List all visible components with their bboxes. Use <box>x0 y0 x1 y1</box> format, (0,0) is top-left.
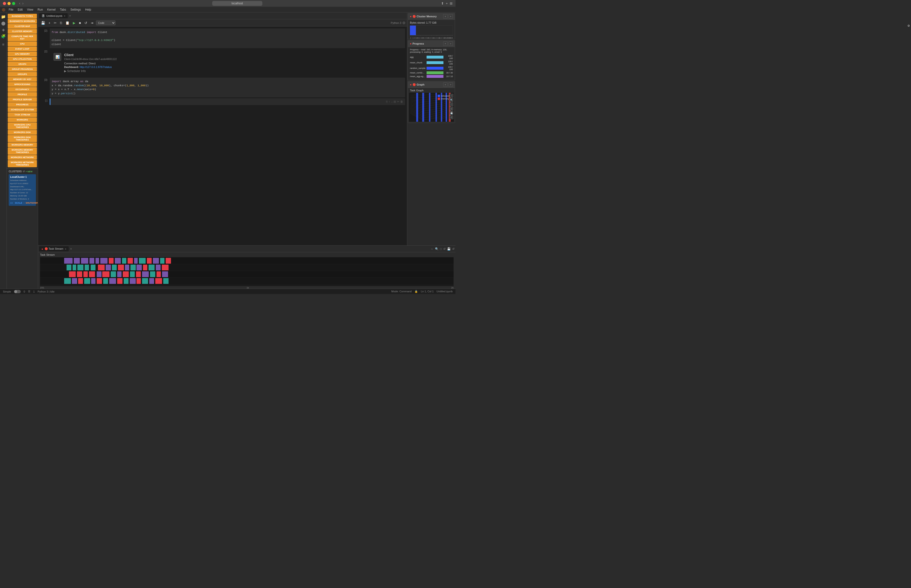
nav-profile-server[interactable]: PROFILE SERVER <box>8 97 37 102</box>
nav-workers-memory[interactable]: WORKERS MEMORY <box>8 142 37 147</box>
menu-run[interactable]: Run <box>36 8 45 12</box>
refresh-clusters-icon[interactable]: ↺ <box>23 170 24 173</box>
menu-help[interactable]: Help <box>83 8 93 12</box>
progress-add[interactable]: + <box>448 42 453 46</box>
progress-close[interactable]: × <box>443 42 448 46</box>
nav-compute-time[interactable]: COMPUTE TIME PER KEY <box>8 34 37 41</box>
graph-reset-tool[interactable]: ↺ <box>450 115 453 119</box>
url-bar[interactable]: localhost <box>212 1 262 6</box>
nav-graph[interactable]: GRAPH <box>8 62 37 66</box>
nav-bandwidth-types[interactable]: BANDWIDTH TYPES <box>8 14 37 19</box>
taskstream-add-tab[interactable]: + <box>70 247 72 250</box>
nav-cpu[interactable]: CPU <box>8 42 37 46</box>
simple-toggle[interactable] <box>14 290 21 293</box>
cluster-memory-close[interactable]: × <box>443 14 448 19</box>
graph-box-tool[interactable]: □ <box>450 102 453 106</box>
run-button[interactable]: ▶ <box>72 21 76 25</box>
split-icon[interactable]: ✂ <box>397 100 399 103</box>
new-tab-icon[interactable]: + <box>446 2 448 5</box>
notebook-tab[interactable]: 📓 Untitled.ipynb × <box>39 13 68 18</box>
dask-icon[interactable]: ◈ <box>2 27 5 32</box>
restart-run-button[interactable]: ↠ <box>90 21 94 25</box>
window-controls[interactable] <box>3 2 15 5</box>
list-icon[interactable]: ≡ <box>2 42 4 47</box>
stop-button[interactable]: ■ <box>78 21 82 25</box>
menu-kernel[interactable]: Kernel <box>45 8 58 12</box>
ts-settings-icon[interactable]: ↺ <box>452 247 455 250</box>
cluster-memory-add[interactable]: + <box>448 14 453 19</box>
nav-task-stream[interactable]: TASK STREAM <box>8 112 37 117</box>
copy-button[interactable]: ⎘ <box>59 21 63 25</box>
minimize-button[interactable] <box>8 2 11 5</box>
ts-zoom-icon[interactable]: 🔍 <box>435 247 439 250</box>
restart-button[interactable]: ↺ <box>83 21 88 25</box>
paste-button[interactable]: 📋 <box>65 21 70 25</box>
cut-button[interactable]: ✂ <box>53 21 58 25</box>
shutdown-button[interactable]: SHUTDOWN <box>26 202 38 204</box>
nav-workers-mem-ts[interactable]: WORKERS MEMORY TIMESERIES <box>8 147 37 155</box>
ts-box-icon[interactable]: □ <box>440 247 442 250</box>
cell-3-content[interactable]: import dask.array as da x = da.random.ra… <box>50 78 405 97</box>
ts-reset-icon[interactable]: ↺ <box>443 247 446 250</box>
new-cluster-button[interactable]: + NEW <box>26 170 32 173</box>
menu-tabs[interactable]: Tabs <box>58 8 68 12</box>
nav-workers-network[interactable]: WORKERS NETWORK <box>8 155 37 160</box>
grid-icon[interactable]: ⊞ <box>450 2 453 5</box>
add-cell-button[interactable]: + <box>47 21 51 25</box>
graph-move-tool[interactable]: ↔ <box>450 94 453 98</box>
copy-icon[interactable]: ⎘ <box>386 100 388 103</box>
nav-gpu-utilization[interactable]: GPU UTILIZATION <box>8 57 37 61</box>
nav-back-button[interactable]: ‹ <box>19 1 20 6</box>
nav-groups[interactable]: GROUPS <box>8 72 37 77</box>
extensions-icon[interactable]: 🧩 <box>1 34 6 39</box>
menu-settings[interactable]: Settings <box>68 8 83 12</box>
nav-nprocessing[interactable]: NPROCESSING <box>8 82 37 87</box>
graph-lasso-tool[interactable]: ◎ <box>450 107 453 111</box>
circle-icon[interactable]: ⬤ <box>1 21 6 26</box>
close-button[interactable] <box>3 2 6 5</box>
taskstream-tab[interactable]: ● 🔴 Task Stream × <box>39 246 69 251</box>
nav-profile[interactable]: PROFILE <box>8 92 37 97</box>
folder-icon[interactable]: 📁 <box>1 15 6 19</box>
nav-group-progress[interactable]: GROUP PROGRESS <box>8 67 37 71</box>
scale-button[interactable]: SCALE <box>15 202 23 204</box>
nav-occupancy[interactable]: OCCUPANCY <box>8 87 37 92</box>
share-icon[interactable]: ⬆ <box>441 2 444 5</box>
ts-save-icon[interactable]: 💾 <box>447 247 451 250</box>
up-icon[interactable]: ↑ <box>389 100 390 103</box>
nav-workers-cpu[interactable]: WORKERS CPU TIMESERIES <box>8 123 37 130</box>
cell-4-content[interactable]: ⎘ ↑ ↓ ⊞ ✂ 🗑 <box>50 99 405 105</box>
notebook-tab-close[interactable]: × <box>64 15 65 17</box>
menu-file[interactable]: File <box>7 8 15 12</box>
menu-view[interactable]: View <box>25 8 35 12</box>
cell-1-content[interactable]: from dask.distributed import Client clie… <box>50 28 405 48</box>
nav-workers-net-ts[interactable]: WORKERS NETWORK TIMESERIES <box>8 160 37 167</box>
graph-close[interactable]: × <box>443 82 448 87</box>
graph-add[interactable]: + <box>448 82 453 87</box>
nav-event-loop[interactable]: EVENT LOOP <box>8 47 37 51</box>
maximize-button[interactable] <box>12 2 15 5</box>
nav-workers-disk[interactable]: WORKERS DISK <box>8 130 37 135</box>
cell-type-select[interactable]: Code Markdown Raw <box>96 21 115 25</box>
delete-icon[interactable]: 🗑 <box>400 100 403 103</box>
graph-save-tool[interactable]: 💾 <box>450 111 453 115</box>
ts-arrows-icon[interactable]: ↔ <box>430 247 434 250</box>
nav-gpu-memory[interactable]: GPU MEMORY <box>8 52 37 57</box>
nav-forward-button[interactable]: › <box>22 1 23 6</box>
nav-cluster-map[interactable]: CLUSTER MAP <box>8 24 37 29</box>
nav-workers[interactable]: WORKERS <box>8 117 37 122</box>
nav-cluster-memory[interactable]: CLUSTER MEMORY <box>8 29 37 34</box>
nav-scheduler-system[interactable]: SCHEDULER SYSTEM <box>8 107 37 112</box>
taskstream-tab-close[interactable]: × <box>65 247 66 250</box>
nav-bandwidth-workers[interactable]: BANDWIDTH WORKERS <box>8 19 37 24</box>
nav-workers-disk-ts[interactable]: WORKERS DISK TIMESERIES <box>8 135 37 142</box>
save-button[interactable]: 💾 <box>40 21 46 25</box>
dashboard-link[interactable]: http://127.0.0.1:8787/status <box>79 66 112 68</box>
nav-progress[interactable]: PROGRESS <box>8 102 37 107</box>
scheduler-info[interactable]: ▶ Scheduler Info <box>64 69 401 73</box>
new-tab-button[interactable]: + <box>69 14 71 18</box>
nav-memory-by-key[interactable]: MEMORY BY KEY <box>8 77 37 82</box>
down-icon[interactable]: ↓ <box>391 100 393 103</box>
menu-edit[interactable]: Edit <box>16 8 24 12</box>
graph-zoom-in-tool[interactable]: 🔍 <box>450 98 453 102</box>
